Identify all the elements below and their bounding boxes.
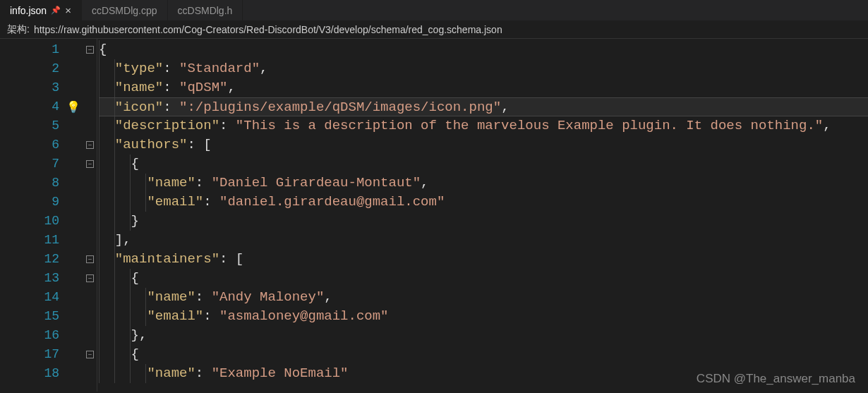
line-number-gutter: 123456789101112131415161718 xyxy=(0,39,64,392)
fold-toggle-icon[interactable]: − xyxy=(86,46,94,54)
line-number: 5 xyxy=(0,116,59,135)
token-brace: ] xyxy=(115,232,123,248)
line-number: 1 xyxy=(0,40,59,59)
token-colon: : xyxy=(195,175,212,191)
token-colon: : xyxy=(219,118,236,133)
token-punc: , xyxy=(823,118,831,133)
token-key: "type" xyxy=(115,61,163,76)
token-punc: , xyxy=(139,327,147,343)
token-key: "name" xyxy=(147,175,195,191)
token-punc: , xyxy=(421,175,428,191)
tab-ccDSMDlg-h[interactable]: ccDSMDlg.h xyxy=(168,0,243,20)
line-number: 3 xyxy=(0,78,59,97)
close-icon[interactable]: × xyxy=(65,4,71,16)
token-str: ":/plugins/example/qDSM/images/icon.png" xyxy=(179,99,501,115)
code-line[interactable]: "maintainers": [ xyxy=(99,250,868,269)
line-number: 8 xyxy=(0,174,59,193)
token-brace: { xyxy=(131,346,139,362)
token-colon: : xyxy=(163,99,179,115)
token-str: "qDSM" xyxy=(179,80,227,95)
fold-toggle-icon[interactable]: − xyxy=(86,351,94,358)
token-str: "daniel.girardeau@gmail.com" xyxy=(219,194,445,210)
token-key: "email" xyxy=(147,194,203,210)
token-colon: : xyxy=(203,308,219,324)
code-line[interactable]: "name": "Andy Maloney", xyxy=(99,288,868,307)
line-number: 2 xyxy=(0,59,59,78)
tab-ccDSMDlg-cpp[interactable]: ccDSMDlg.cpp xyxy=(82,0,168,20)
code-line[interactable]: "name": "qDSM", xyxy=(99,78,868,97)
schema-bar: 架构: https://raw.githubusercontent.com/Co… xyxy=(0,21,868,39)
code-line[interactable]: "authors": [ xyxy=(99,135,868,155)
tab-info-json[interactable]: info.json📌× xyxy=(0,0,82,20)
token-str: "Example NoEmail" xyxy=(212,365,349,381)
tab-label: ccDSMDlg.cpp xyxy=(92,5,157,16)
token-brace: } xyxy=(131,213,139,229)
token-key: "email" xyxy=(147,308,203,324)
token-brace: } xyxy=(131,327,139,343)
fold-toggle-icon[interactable]: − xyxy=(86,141,94,149)
token-punc: , xyxy=(501,99,509,115)
token-colon: : xyxy=(219,251,236,267)
token-key: "name" xyxy=(147,289,195,305)
line-number: 7 xyxy=(0,155,59,174)
schema-label: 架构: xyxy=(7,23,30,36)
code-line[interactable]: { xyxy=(99,40,868,59)
line-number: 9 xyxy=(0,193,59,212)
code-line[interactable]: "email": "asmaloney@gmail.com" xyxy=(99,307,868,326)
token-colon: : xyxy=(195,289,212,305)
token-brace: [ xyxy=(203,137,211,152)
code-line[interactable]: "name": "Daniel Girardeau-Montaut", xyxy=(99,174,868,193)
code-line[interactable]: "description": "This is a description of… xyxy=(99,116,868,135)
token-str: "asmaloney@gmail.com" xyxy=(219,308,388,324)
tab-label: ccDSMDlg.h xyxy=(178,5,233,16)
lightbulb-icon[interactable]: 💡 xyxy=(66,100,80,114)
code-line[interactable]: }, xyxy=(99,326,868,345)
token-punc: , xyxy=(260,61,267,76)
line-number: 18 xyxy=(0,364,59,383)
code-area[interactable]: { "type": "Standard", "name": "qDSM", "i… xyxy=(97,39,868,392)
fold-toggle-icon[interactable]: − xyxy=(86,160,94,168)
pin-icon[interactable]: 📌 xyxy=(51,6,61,15)
code-line[interactable]: { xyxy=(99,269,868,288)
fold-toggle-icon[interactable]: − xyxy=(86,255,94,263)
token-brace: [ xyxy=(236,251,243,267)
token-key: "authors" xyxy=(115,137,188,152)
code-line[interactable]: "email": "daniel.girardeau@gmail.com" xyxy=(99,193,868,212)
fold-gutter: −−−−−− xyxy=(83,39,97,392)
code-line[interactable]: } xyxy=(99,212,868,231)
line-number: 16 xyxy=(0,326,59,345)
margin-gutter: 💡 xyxy=(64,39,83,392)
token-colon: : xyxy=(203,194,219,210)
token-str: "This is a description of the marvelous … xyxy=(236,118,823,133)
line-number: 6 xyxy=(0,135,59,155)
watermark-text: CSDN @The_answer_manba xyxy=(697,372,855,386)
fold-toggle-icon[interactable]: − xyxy=(86,274,94,282)
code-line[interactable]: ], xyxy=(99,231,868,250)
token-key: "icon" xyxy=(115,99,163,115)
line-number: 12 xyxy=(0,250,59,269)
token-colon: : xyxy=(163,61,179,76)
code-line[interactable]: "type": "Standard", xyxy=(99,59,868,78)
token-punc: , xyxy=(324,289,332,305)
token-colon: : xyxy=(163,80,179,95)
token-brace: { xyxy=(131,270,139,286)
token-brace: { xyxy=(99,42,107,57)
tab-label: info.json xyxy=(10,5,47,16)
tabs-bar: info.json📌×ccDSMDlg.cppccDSMDlg.h xyxy=(0,0,868,21)
editor[interactable]: 123456789101112131415161718 💡 −−−−−− { "… xyxy=(0,39,868,392)
token-colon: : xyxy=(195,365,212,381)
schema-url[interactable]: https://raw.githubusercontent.com/Cog-Cr… xyxy=(34,24,502,35)
token-key: "name" xyxy=(147,365,195,381)
token-str: "Standard" xyxy=(179,61,260,76)
code-line[interactable]: "icon": ":/plugins/example/qDSM/images/i… xyxy=(99,97,868,116)
line-number: 13 xyxy=(0,269,59,288)
line-number: 14 xyxy=(0,288,59,307)
line-number: 10 xyxy=(0,212,59,231)
code-line[interactable]: { xyxy=(99,345,868,364)
line-number: 15 xyxy=(0,307,59,326)
code-line[interactable]: { xyxy=(99,155,868,174)
token-str: "Andy Maloney" xyxy=(212,289,325,305)
line-number: 11 xyxy=(0,231,59,250)
line-number: 4 xyxy=(0,97,59,116)
token-key: "name" xyxy=(115,80,163,95)
